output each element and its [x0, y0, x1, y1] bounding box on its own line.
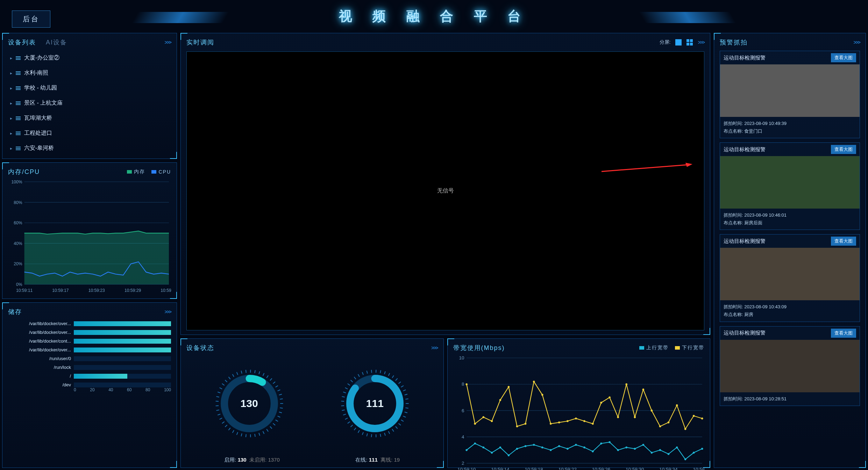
alert-thumbnail[interactable]	[720, 156, 860, 209]
device-item[interactable]: ▸ 六安-皋河桥	[8, 142, 171, 154]
alert-card: 运动目标检测报警 查看大图 抓拍时间: 2023-08-09 10:28:51	[720, 326, 860, 406]
chevron-right-icon: ▸	[10, 131, 12, 136]
storage-label: /run/lock	[8, 365, 71, 370]
svg-point-160	[482, 447, 484, 449]
more-icon[interactable]: >>>	[431, 345, 438, 351]
alert-name: 运动目标检测报警	[724, 55, 766, 61]
alert-card: 运动目标检测报警 查看大图 抓拍时间: 2023-08-09 10:49:39布…	[720, 51, 860, 138]
svg-text:100%: 100%	[11, 180, 22, 184]
panel-title-bw: 带宽使用(Mbps)	[453, 344, 505, 352]
device-item[interactable]: ▸ 工程处进口	[8, 127, 171, 140]
chevron-right-icon: ▸	[10, 101, 12, 106]
storage-bar	[74, 348, 171, 352]
bandwidth-panel: 带宽使用(Mbps) 上行宽带 下行宽带 24681010:59:1010:59…	[447, 338, 711, 468]
svg-point-137	[533, 381, 535, 383]
svg-point-170	[567, 448, 569, 450]
page-title: 视 频 融 合 平 台	[339, 7, 529, 25]
chevron-right-icon: ▸	[10, 86, 12, 91]
svg-point-149	[634, 416, 636, 418]
device-name: 大厦-办公室②	[24, 54, 59, 62]
device-item[interactable]: ▸ 大厦-办公室②	[8, 51, 171, 64]
device-name: 六安-皋河桥	[24, 145, 54, 152]
svg-point-184	[684, 458, 686, 461]
svg-point-131	[482, 416, 484, 418]
video-panel: 实时调阅 分屏: >>> 无信号	[180, 33, 710, 335]
alert-thumbnail[interactable]	[720, 248, 860, 300]
back-button[interactable]: 后台	[12, 10, 50, 28]
bandwidth-chart: 24681010:59:1010:59:1410:59:1810:59:2210…	[453, 356, 705, 470]
alert-thumbnail[interactable]	[720, 64, 860, 117]
storage-row: /run/lock	[8, 365, 171, 370]
device-item[interactable]: ▸ 学校 - 幼儿园	[8, 82, 171, 94]
device-item[interactable]: ▸ 水利-南照	[8, 66, 171, 79]
storage-label: /var/lib/docker/over...	[8, 330, 71, 335]
svg-text:10:59:14: 10:59:14	[491, 467, 510, 470]
memcpu-chart: 0%20%40%60%80%100%10:59:1110:59:1710:59:…	[8, 180, 171, 294]
panel-title-status: 设备状态	[186, 344, 214, 352]
svg-point-185	[692, 452, 695, 454]
more-icon[interactable]: >>>	[698, 40, 704, 45]
view-large-button[interactable]: 查看大图	[831, 329, 856, 338]
storage-panel: 储存 >>> /var/lib/docker/over... /var/lib/…	[2, 302, 177, 468]
video-area[interactable]: 无信号	[186, 51, 704, 330]
view-large-button[interactable]: 查看大图	[831, 145, 856, 154]
split-label: 分屏:	[660, 39, 671, 45]
svg-text:40%: 40%	[14, 241, 22, 246]
svg-point-139	[549, 423, 552, 425]
svg-point-147	[617, 416, 619, 418]
status-online: 在线: 111 离线: 19	[355, 457, 400, 463]
no-signal-text: 无信号	[437, 187, 454, 195]
chevron-right-icon: ▸	[10, 56, 12, 61]
storage-row: /	[8, 373, 171, 379]
svg-point-183	[676, 447, 678, 449]
svg-point-176	[617, 449, 619, 451]
layout-single-icon[interactable]	[675, 39, 682, 45]
storage-bar	[74, 330, 171, 335]
svg-text:4: 4	[461, 434, 464, 440]
device-name: 景区 - 上杭文庙	[24, 99, 63, 107]
svg-point-158	[465, 449, 468, 451]
svg-point-168	[549, 449, 552, 451]
chevron-right-icon: ▸	[10, 146, 12, 151]
svg-text:2: 2	[461, 461, 464, 466]
device-status-panel: 设备状态 >>> 130 111	[180, 338, 444, 468]
device-item[interactable]: ▸ 景区 - 上杭文庙	[8, 97, 171, 110]
svg-text:10:59:30: 10:59:30	[626, 467, 644, 470]
panel-title-storage: 储存	[8, 308, 22, 316]
alert-meta: 抓拍时间: 2023-08-09 10:46:01布点名称: 厨房后面	[720, 209, 860, 230]
svg-text:10:59:18: 10:59:18	[525, 467, 543, 470]
svg-point-162	[499, 447, 501, 449]
alert-meta: 抓拍时间: 2023-08-09 10:43:09布点名称: 厨房	[720, 300, 860, 321]
svg-point-179	[642, 444, 644, 446]
list-icon	[16, 132, 21, 135]
svg-point-178	[634, 448, 636, 450]
svg-point-134	[507, 386, 510, 388]
view-large-button[interactable]: 查看大图	[831, 53, 856, 62]
storage-row: /var/lib/docker/over...	[8, 347, 171, 352]
svg-point-166	[533, 444, 535, 446]
svg-text:10:59:23: 10:59:23	[88, 288, 105, 293]
svg-text:10:59:29: 10:59:29	[124, 288, 141, 293]
storage-row: /dev	[8, 382, 171, 387]
svg-point-144	[592, 423, 594, 425]
svg-text:10: 10	[459, 356, 464, 360]
legend-mem: 内存	[127, 169, 145, 175]
svg-point-136	[524, 423, 526, 425]
more-icon[interactable]: >>>	[853, 40, 860, 45]
storage-label: /	[8, 373, 71, 379]
view-large-button[interactable]: 查看大图	[831, 237, 856, 246]
alert-name: 运动目标检测报警	[724, 238, 766, 245]
tab-device-list[interactable]: 设备列表	[8, 38, 36, 47]
svg-point-132	[491, 420, 493, 422]
svg-point-174	[600, 442, 602, 444]
storage-row: /var/lib/docker/over...	[8, 330, 171, 335]
device-item[interactable]: ▸ 瓦埠湖大桥	[8, 112, 171, 125]
device-name: 瓦埠湖大桥	[24, 114, 52, 122]
layout-grid-icon[interactable]	[686, 39, 693, 45]
more-icon[interactable]: >>>	[164, 309, 171, 315]
list-icon	[16, 117, 21, 120]
tab-ai-device[interactable]: AI设备	[46, 38, 67, 47]
alert-thumbnail[interactable]	[720, 340, 860, 392]
svg-point-129	[465, 383, 468, 385]
more-icon[interactable]: >>>	[164, 40, 171, 45]
